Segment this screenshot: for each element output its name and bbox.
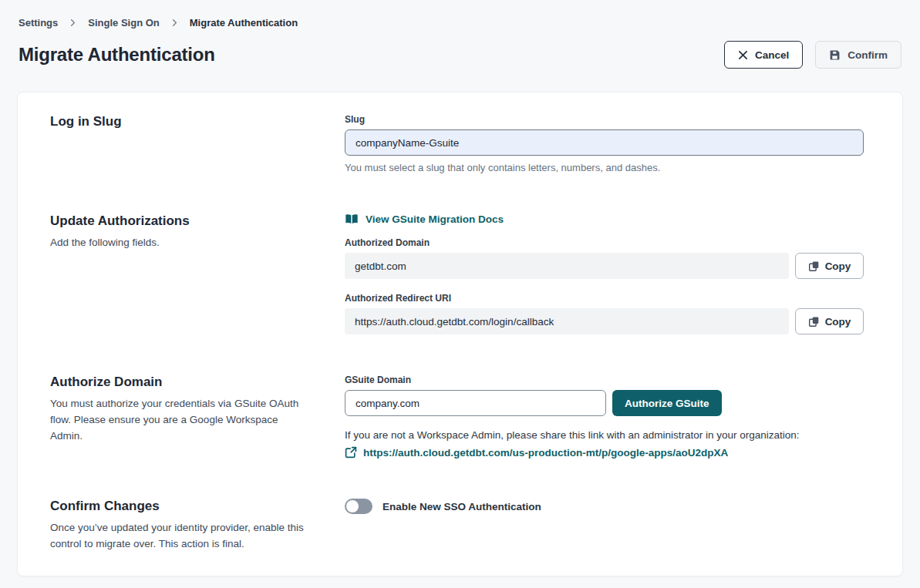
authorized-redirect-uri-label: Authorized Redirect URI: [345, 293, 864, 304]
cancel-button-label: Cancel: [755, 49, 789, 61]
docs-link-label: View GSuite Migration Docs: [366, 213, 504, 225]
slug-helper-text: You must select a slug that only contain…: [345, 162, 864, 173]
confirm-changes-description: Once you’ve updated your identity provid…: [50, 520, 312, 553]
authorize-domain-heading: Authorize Domain: [50, 375, 314, 390]
copy-icon: [808, 316, 820, 328]
settings-card: Log in Slug Slug You must select a slug …: [17, 92, 903, 576]
page-header: Migrate Authentication Cancel Confirm: [0, 29, 920, 69]
gsuite-migration-docs-link[interactable]: View GSuite Migration Docs: [345, 213, 504, 225]
gsuite-domain-input[interactable]: [345, 390, 606, 416]
copy-button-label: Copy: [825, 260, 851, 272]
confirm-changes-heading: Confirm Changes: [50, 499, 314, 514]
copy-icon: [808, 260, 820, 272]
authorized-domain-group: Authorized Domain getdbt.com Copy: [345, 237, 864, 279]
enable-sso-toggle-label: Enable New SSO Authentication: [382, 501, 541, 512]
book-icon: [345, 213, 359, 225]
section-login-slug: Log in Slug Slug You must select a slug …: [50, 114, 864, 173]
authorized-redirect-uri-group: Authorized Redirect URI https://auth.clo…: [345, 293, 864, 334]
update-authorizations-description: Add the following fields.: [50, 235, 312, 251]
chevron-right-icon: [69, 18, 77, 27]
section-authorize-domain: Authorize Domain You must authorize your…: [50, 375, 864, 459]
confirm-button[interactable]: Confirm: [815, 41, 901, 69]
external-link-icon: [345, 446, 357, 459]
save-icon: [829, 49, 841, 61]
authorize-domain-description: You must authorize your credentials via …: [50, 396, 312, 445]
confirm-button-label: Confirm: [848, 49, 888, 61]
breadcrumb-settings[interactable]: Settings: [19, 17, 58, 29]
copy-authorized-domain-button[interactable]: Copy: [795, 253, 864, 279]
gsuite-domain-label: GSuite Domain: [345, 375, 864, 385]
slug-input[interactable]: [345, 129, 864, 156]
admin-share-link[interactable]: https://auth.cloud.getdbt.com/us-product…: [363, 447, 728, 459]
cancel-button[interactable]: Cancel: [724, 41, 803, 69]
slug-label: Slug: [345, 114, 864, 125]
enable-sso-toggle[interactable]: [345, 499, 372, 514]
section-update-authorizations: Update Authorizations Add the following …: [50, 213, 864, 334]
section-confirm-changes: Confirm Changes Once you’ve updated your…: [50, 499, 864, 553]
authorized-domain-value: getdbt.com: [345, 253, 789, 279]
toggle-knob: [346, 500, 359, 512]
copy-button-label: Copy: [825, 316, 851, 328]
breadcrumb-single-sign-on[interactable]: Single Sign On: [88, 17, 159, 29]
topbar: Settings Single Sign On Migrate Authenti…: [0, 0, 920, 29]
authorize-gsuite-button[interactable]: Authorize GSuite: [612, 390, 722, 416]
authorized-domain-label: Authorized Domain: [345, 237, 864, 248]
copy-redirect-uri-button[interactable]: Copy: [795, 308, 864, 334]
workspace-admin-note: If you are not a Workspace Admin, please…: [345, 429, 864, 441]
close-icon: [738, 50, 748, 60]
chevron-right-icon: [170, 18, 179, 27]
login-slug-heading: Log in Slug: [50, 114, 314, 129]
header-actions: Cancel Confirm: [724, 41, 901, 69]
update-authorizations-heading: Update Authorizations: [50, 213, 314, 229]
breadcrumb-migrate-authentication: Migrate Authentication: [190, 17, 298, 29]
page-title: Migrate Authentication: [19, 44, 215, 66]
breadcrumb: Settings Single Sign On Migrate Authenti…: [19, 17, 901, 29]
authorized-redirect-uri-value: https://auth.cloud.getdbt.com/login/call…: [345, 308, 789, 334]
